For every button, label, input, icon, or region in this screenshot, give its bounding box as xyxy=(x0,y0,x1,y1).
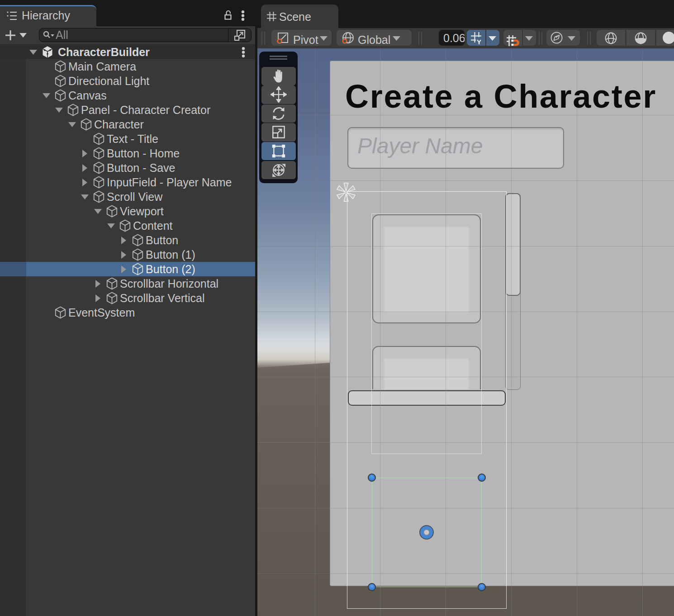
svg-text:Y: Y xyxy=(477,38,481,45)
